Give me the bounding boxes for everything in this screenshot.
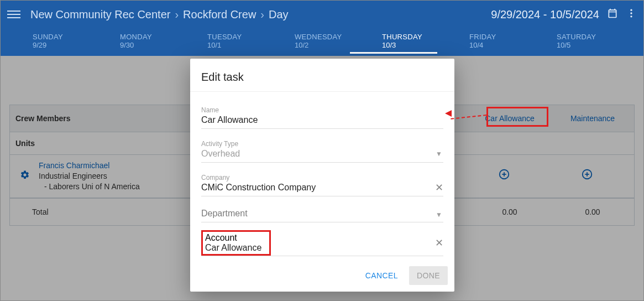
calendar-icon[interactable] [607,8,618,22]
done-button[interactable]: DONE [409,266,448,285]
day-tab-sat[interactable]: SATURDAY10/5 [525,33,612,49]
dialog-actions: CANCEL DONE [190,261,454,292]
svg-point-0 [630,9,632,11]
chevron-down-icon: ▼ [436,150,442,158]
activity-value: Overhead [201,148,443,162]
breadcrumb-project[interactable]: New Community Rec Center [30,8,170,21]
account-label: Account [205,233,266,243]
close-icon[interactable]: ✕ [435,237,443,249]
activity-label: Activity Type [201,140,443,148]
dialog-title: Edit task [190,59,454,91]
annotation-account-box: Account Car Allowance [201,230,271,256]
day-tab-sun[interactable]: SUNDAY9/29 [1,33,88,49]
close-icon[interactable]: ✕ [435,181,443,194]
account-field[interactable]: Account Car Allowance ✕ [201,230,443,256]
company-input[interactable] [201,181,443,196]
svg-point-1 [630,12,632,14]
date-range-text: 9/29/2024 - 10/5/2024 [491,8,599,21]
more-vert-icon[interactable] [626,8,637,22]
menu-icon[interactable] [7,11,20,18]
day-tab-mon[interactable]: MONDAY9/30 [88,33,175,49]
day-tab-fri[interactable]: FRIDAY10/4 [437,33,525,49]
chevron-down-icon: ▼ [436,211,442,219]
breadcrumb-view[interactable]: Day [269,8,289,21]
name-label: Name [201,106,443,114]
edit-task-dialog: Edit task Name Activity Type Overhead ▼ … [190,59,454,292]
date-range: 9/29/2024 - 10/5/2024 [491,8,637,22]
day-tab-thu[interactable]: THURSDAY10/3 [350,33,437,49]
cancel-button[interactable]: CANCEL [358,266,406,285]
company-field[interactable]: Company ✕ [201,174,443,196]
company-label: Company [201,174,443,181]
name-input[interactable] [201,114,443,128]
chevron-right-icon: › [260,8,264,21]
breadcrumb-crew[interactable]: Rockford Crew [183,8,256,21]
department-placeholder: Department [201,207,443,222]
breadcrumb: New Community Rec Center › Rockford Crew… [30,8,491,21]
activity-type-field[interactable]: Activity Type Overhead ▼ [201,140,443,163]
account-value: Car Allowance [205,243,266,253]
name-field[interactable]: Name [201,106,443,129]
day-tab-wed[interactable]: WEDNESDAY10/2 [263,33,350,49]
department-field[interactable]: Department ▼ [201,207,443,222]
chevron-right-icon: › [175,8,179,21]
app-bar: New Community Rec Center › Rockford Crew… [1,1,643,28]
day-tab-tue[interactable]: TUESDAY10/1 [175,33,263,49]
day-tabs: SUNDAY9/29 MONDAY9/30 TUESDAY10/1 WEDNES… [1,28,643,56]
svg-point-2 [630,15,632,17]
